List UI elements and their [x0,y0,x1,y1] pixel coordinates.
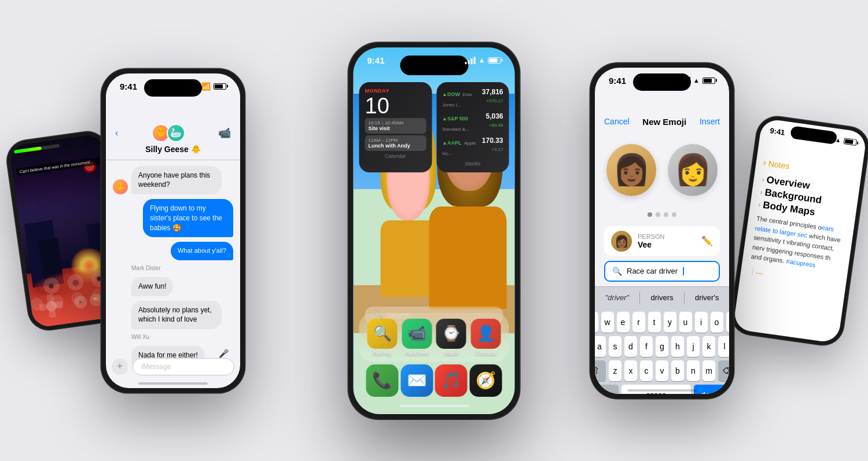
contacts-app[interactable]: 👤 Contacts [471,319,501,356]
event-name: Site visit [369,126,423,131]
music-app[interactable]: 🎵 [435,364,468,397]
message-bubble: Anyone have plans this weekend? [131,166,222,195]
key-z[interactable]: z [609,360,621,381]
key-f[interactable]: f [640,336,653,357]
phone-app[interactable]: 📞 [366,364,398,397]
key-k[interactable]: k [703,336,715,357]
key-a[interactable]: a [595,336,606,357]
message-bubble: Aww fun! [131,277,173,296]
home-widgets: MONDAY 10 10:15 – 10:45AM Site visit 11A… [359,82,509,172]
autocorrect-item-1[interactable]: "driver" [595,292,640,304]
stock-price: 5,036 [486,112,503,120]
stock-item-3: ▲AAPL 170.33 Apple Inc... +3.17 [442,137,503,157]
message-input-field[interactable]: iMessage [133,358,234,375]
collapse-icon[interactable]: › [758,200,762,208]
key-p[interactable]: p [726,312,730,333]
calendar-day: MONDAY [365,88,426,94]
game-nav-small-1[interactable] [30,297,44,311]
contacts-label: Contacts [476,351,496,356]
key-h[interactable]: h [671,336,684,357]
mail-app[interactable]: ✉️ [400,364,433,397]
game-nav-small-2[interactable] [50,294,64,308]
emoji-edit-button[interactable]: ✏️ [701,235,713,246]
game-nav-small-3[interactable] [71,291,84,305]
key-done[interactable]: done [694,385,726,394]
key-b[interactable]: b [671,360,684,381]
stock-name: Standard &... [442,127,469,132]
microphone-icon[interactable]: 🎤 [219,349,229,358]
emoji-insert-button[interactable]: Insert [700,117,720,126]
stock-item-1: ▲DOW 37,816 Dow Jones I... +570.17 [442,88,503,109]
safari-icon: 🧭 [470,364,502,397]
facetime-label: FaceTime [405,351,428,356]
key-numbers[interactable]: 123 [598,385,619,394]
game-nav-icon-2[interactable]: ◎ [66,273,84,292]
group-chat-title: Silly Geese 🐥 [115,145,231,154]
autocorrect-bar: "driver" drivers driver's [595,286,729,308]
key-x[interactable]: x [624,360,637,381]
message-avatar: 🐥 [113,179,128,194]
key-s[interactable]: s [609,336,621,357]
key-q[interactable]: q [595,312,598,333]
calendar-label: Calendar [365,153,426,159]
battery-icon [703,78,715,84]
collapse-icon[interactable]: › [762,175,765,183]
key-o[interactable]: o [711,312,723,333]
app-dock: 🔍 Find My 📹 FaceTime ⌚ Watch 👤 Contacts [359,313,509,362]
dot-2 [656,212,660,217]
facetime-app[interactable]: 📹 FaceTime [402,319,432,356]
key-y[interactable]: y [664,312,676,333]
find-my-app[interactable]: 🔍 Find My [367,319,397,356]
emoji-navigation: Cancel New Emoji Insert [595,88,729,132]
dpad-down[interactable] [49,310,57,318]
notes-hashtag[interactable]: #acupress [786,257,816,268]
wifi-icon: ▲ [693,77,700,84]
key-d[interactable]: d [624,336,637,357]
stocks-widget[interactable]: ▲DOW 37,816 Dow Jones I... +570.17 ▲S&P … [436,82,509,172]
key-shift[interactable]: ⇧ [595,360,606,381]
safari-app[interactable]: 🧭 [470,364,502,397]
notes-back-label[interactable]: Notes [768,158,790,171]
key-l[interactable]: l [718,336,729,357]
key-i[interactable]: i [695,312,708,333]
emoji-avatar-2: 👩 [668,144,718,196]
autocorrect-item-2[interactable]: drivers [640,292,685,304]
key-backspace[interactable]: ⌫ [718,360,729,381]
watch-icon: ⌚ [436,319,466,349]
calendar-event-1: 10:15 – 10:45AM Site visit [365,118,426,134]
wifi-icon: 📶 [201,82,211,91]
calendar-widget[interactable]: MONDAY 10 10:15 – 10:45AM Site visit 11A… [359,82,432,172]
key-n[interactable]: n [687,360,700,381]
collapse-icon[interactable]: › [760,187,763,196]
emoji-cancel-button[interactable]: Cancel [604,117,630,126]
key-t[interactable]: t [648,312,661,333]
emoji-search-input[interactable]: 🔍 Race car driver [604,261,720,282]
search-text: Race car driver [627,267,678,275]
key-r[interactable]: r [632,312,645,333]
stock-symbol: ▲AAPL [442,140,461,146]
autocorrect-item-3[interactable]: driver's [685,292,729,304]
sender-name: Will Xu [131,334,233,340]
watch-app[interactable]: ⌚ Watch [436,319,466,356]
notes-content: › Overview › Background › Body Maps The … [740,169,860,293]
key-j[interactable]: j [687,336,700,357]
phone-icon: 📞 [366,364,398,397]
key-m[interactable]: m [703,360,715,381]
key-g[interactable]: g [656,336,668,357]
contacts-icon: 👤 [471,319,501,349]
cursor [683,267,684,275]
video-call-button[interactable]: 📹 [218,127,231,139]
find-my-label: Find My [373,351,391,356]
messages-header: ‹ 🐥 🦢 📹 Silly Geese 🐥 [106,94,240,160]
key-e[interactable]: e [617,312,630,333]
stock-change: +570.17 [486,98,503,104]
key-v[interactable]: v [656,360,668,381]
game-nav-icon-1[interactable]: ⊕ [42,276,61,295]
key-u[interactable]: u [679,312,692,333]
key-w[interactable]: w [601,312,614,333]
messages-back-button[interactable]: ‹ [115,128,118,138]
key-c[interactable]: c [640,360,653,381]
notes-screen: 9:41 ▲ › Notes › Overview › Background [733,118,867,344]
watch-label: Watch [444,351,458,356]
message-attachment-button[interactable]: + [112,359,128,375]
